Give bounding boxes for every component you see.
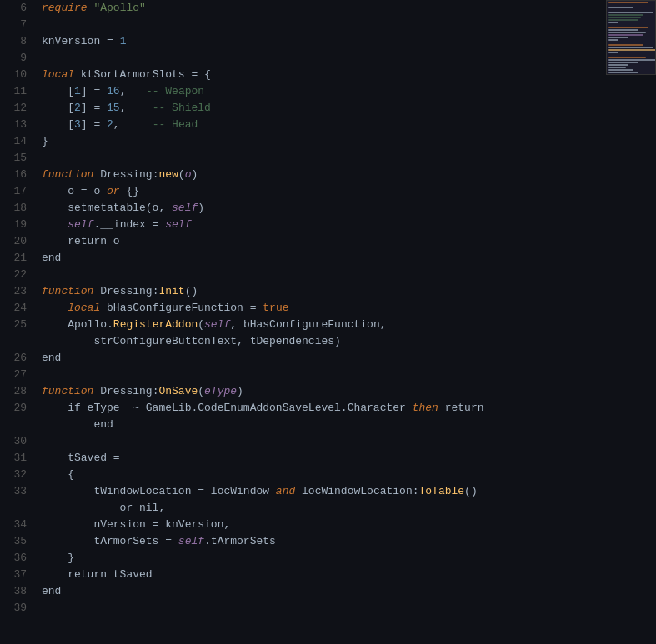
code-content[interactable]: require "Apollo" knVersion = 1 local ktS…: [33, 0, 656, 644]
code-line: [42, 367, 656, 383]
minimap[interactable]: [606, 0, 656, 75]
code-line: self.__index = self: [42, 217, 656, 233]
code-line: end: [42, 583, 656, 600]
code-line: function Dressing:new(o): [42, 167, 656, 183]
code-line: knVersion = 1: [42, 33, 656, 50]
code-line: tWindowLocation = locWindow and locWindo…: [42, 483, 656, 500]
code-line: end: [42, 417, 656, 433]
code-line: [42, 600, 656, 617]
code-line: return o: [42, 233, 656, 250]
code-line: nVersion = knVersion,: [42, 517, 656, 533]
code-line: local bHasConfigureFunction = true: [42, 300, 656, 317]
code-line: return tSaved: [42, 567, 656, 583]
code-line: tArmorSets = self.tArmorSets: [42, 533, 656, 550]
code-line: }: [42, 133, 656, 150]
code-line: [2] = 15, -- Shield: [42, 100, 656, 117]
code-line: [3] = 2, -- Head: [42, 117, 656, 133]
minimap-content: [607, 2, 656, 75]
code-line: }: [42, 550, 656, 567]
code-line: local ktSortArmorSlots = {: [42, 67, 656, 83]
code-line: Apollo.RegisterAddon(self, bHasConfigure…: [42, 317, 656, 333]
code-line: function Dressing:OnSave(eType): [42, 383, 656, 400]
line-numbers: 6 7 8 9 10 11 12 13 14 15 16 17 18 19 20…: [0, 0, 33, 644]
code-line: end: [42, 350, 656, 367]
code-line: end: [42, 250, 656, 267]
code-line: [42, 267, 656, 283]
code-line: strConfigureButtonText, tDependencies): [42, 333, 656, 350]
code-line: [42, 50, 656, 67]
code-line: or nil,: [42, 500, 656, 517]
code-line: {: [42, 467, 656, 483]
code-line: [1] = 16, -- Weapon: [42, 83, 656, 100]
code-line: function Dressing:Init(): [42, 283, 656, 300]
code-line: [42, 150, 656, 167]
code-line: require "Apollo": [42, 0, 656, 17]
code-line: o = o or {}: [42, 183, 656, 200]
code-editor: 6 7 8 9 10 11 12 13 14 15 16 17 18 19 20…: [0, 0, 656, 644]
code-line: tSaved =: [42, 450, 656, 467]
code-line: if eType ~ GameLib.CodeEnumAddonSaveLeve…: [42, 400, 656, 417]
code-line: [42, 433, 656, 450]
code-line: [42, 17, 656, 33]
code-line: setmetatable(o, self): [42, 200, 656, 217]
